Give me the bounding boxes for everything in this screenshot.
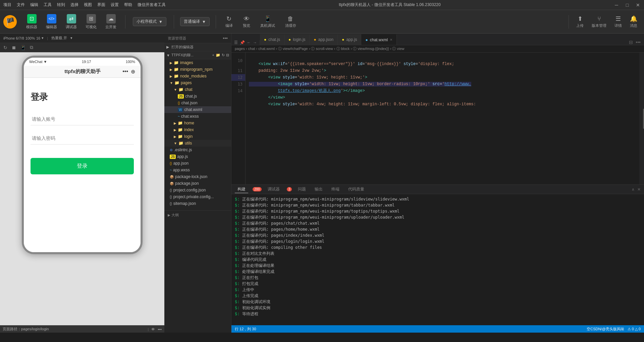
folder-pages[interactable]: ▼ 📁 pages [164, 79, 231, 86]
folder-home[interactable]: ▶ 📁 home [164, 120, 231, 126]
open-editors-section[interactable]: ▶ 打开的编辑器 [164, 43, 231, 51]
folder-icon: 📁 [178, 127, 183, 132]
tab-code-quality[interactable]: 代码质量 [345, 186, 367, 193]
file-sitemap[interactable]: {} sitemap.json [164, 200, 231, 207]
code-content[interactable]: <view wx:if='{{item.speaker=="server"}}'… [246, 53, 639, 184]
folder-miniprogram-npm[interactable]: ▶ 📁 miniprogram_npm [164, 66, 231, 73]
menu-item-devtools[interactable]: 微信开发者工具 [138, 2, 166, 8]
tab-close-icon[interactable]: ✕ [390, 38, 392, 42]
tab-login-js[interactable]: ● login.js [284, 34, 310, 45]
menu-item-file[interactable]: 文件 [17, 2, 25, 8]
cloud-button[interactable]: ☁ 云开发 [103, 13, 119, 31]
file-app-js[interactable]: JS app.js [164, 153, 231, 160]
stop-icon[interactable]: ⏹ [11, 45, 16, 50]
forward-icon[interactable]: → [253, 40, 257, 45]
top-menu-bar: 项目 文件 编辑 工具 转到 选择 视图 界面 设置 帮助 微信开发者工具 tt… [0, 0, 644, 10]
tab-terminal[interactable]: 终端 [329, 186, 342, 193]
device-selector[interactable]: iPhone 6/7/8 100% 16 ▾ [3, 36, 44, 40]
file-project-private[interactable]: {} project.private.config... [164, 193, 231, 200]
compile-selector[interactable]: 普通编译 ▼ [180, 17, 210, 26]
tab-output[interactable]: 输出 [312, 186, 325, 193]
message-button[interactable]: 🔔 消息 [627, 14, 641, 30]
tab-chat-wxml[interactable]: ● chat.wxml ✕ [361, 34, 397, 45]
folder-utils[interactable]: ▼ 📁 utils [164, 140, 231, 147]
upload-button[interactable]: ⬆ 上传 [573, 14, 587, 30]
folder-node-modules[interactable]: ▶ 📁 node_modules [164, 73, 231, 79]
minimize-button[interactable]: ─ [614, 2, 619, 8]
file-package-json[interactable]: 📦 package.json [164, 180, 231, 187]
menu-item-interface[interactable]: 界面 [97, 2, 105, 8]
hamburger-icon[interactable]: ☰ [234, 40, 238, 45]
nav-circle-icon[interactable]: ⊕ [131, 68, 135, 75]
folder-images[interactable]: ▶ 📁 images [164, 59, 231, 66]
menu-item-help[interactable]: 帮助 [124, 2, 132, 8]
username-input[interactable] [31, 113, 134, 125]
tab-chat-js[interactable]: ● chat.js [260, 34, 284, 45]
pin-icon[interactable]: 📌 [240, 40, 245, 45]
menu-item-tools[interactable]: 工具 [44, 2, 52, 8]
tab-debugger[interactable]: 调试器 [265, 186, 282, 193]
file-label: chat.json [181, 101, 198, 105]
menu-item-edit[interactable]: 编辑 [30, 2, 38, 8]
clear-cache-button[interactable]: 🗑 清缓存 [282, 14, 300, 30]
file-chat-json[interactable]: {} chat.json [164, 100, 231, 106]
folder-login[interactable]: ▶ 📁 login [164, 133, 231, 140]
file-chat-wxml[interactable]: W chat.wxml [164, 106, 231, 113]
file-project-config[interactable]: {} project.config.json [164, 187, 231, 193]
real-debug-button[interactable]: 📱 真机调试 [257, 14, 278, 30]
details-button[interactable]: ☰ 详情 [611, 14, 625, 30]
mobile-icon[interactable]: 📱 [20, 45, 26, 50]
file-chat-js[interactable]: JS chat.js [164, 93, 231, 100]
file-app-wxss[interactable]: ~ app.wxss [164, 167, 231, 173]
preview-button[interactable]: 👁 预览 [239, 14, 254, 30]
more-options-icon[interactable]: ••• [636, 40, 641, 45]
eye-icon[interactable]: 👁 [151, 327, 155, 331]
split-editor-icon[interactable]: ⊟ [629, 40, 633, 45]
explorer-more-icon[interactable]: ••• [223, 36, 228, 41]
collapse-all-icon[interactable]: ⊟ [226, 53, 229, 57]
maximize-button[interactable]: □ [625, 2, 630, 8]
project-section[interactable]: ▼ TTPFX的聊... + 📁 ↻ ⊟ [164, 51, 231, 59]
compile-button[interactable]: ↻ 编译 [222, 14, 236, 30]
nav-dots-icon[interactable]: ••• [122, 68, 128, 75]
build-count-badge: 200 [253, 187, 262, 191]
tab-label: login.js [293, 37, 305, 42]
folder-chat[interactable]: ▼ 📁 chat [164, 86, 231, 93]
version-manage-button[interactable]: ⑂ 版本管理 [588, 14, 610, 30]
refresh-explorer-icon[interactable]: ↻ [222, 53, 225, 57]
mode-selector[interactable]: 小程序模式 ▼ [133, 17, 166, 26]
tab-build[interactable]: 构建 [235, 186, 248, 193]
tab-app-js[interactable]: ● app.js [338, 34, 361, 45]
collapse-terminal-icon[interactable]: ∧ [632, 187, 635, 192]
menu-item-project[interactable]: 项目 [3, 2, 11, 8]
file-package-lock[interactable]: 📦 package-lock.json [164, 173, 231, 180]
simulator-button[interactable]: ⊡ 模拟器 [23, 13, 40, 31]
menu-item-settings[interactable]: 设置 [111, 2, 119, 8]
debugger-button[interactable]: ⇄ 调试器 [63, 13, 79, 31]
tab-app-json[interactable]: ● app.json [310, 34, 338, 45]
file-chat-wxss[interactable]: ~ chat.wxss [164, 113, 231, 120]
password-input[interactable] [31, 132, 134, 145]
editor-button[interactable]: </> 编辑器 [43, 13, 60, 31]
login-button[interactable]: 登录 [31, 158, 134, 174]
menu-item-view[interactable]: 视图 [84, 2, 92, 8]
editor-nav-icons: ☰ 📌 ← → [231, 40, 260, 45]
hot-reload-toggle[interactable]: 热重载 开 [51, 36, 67, 41]
menu-item-goto[interactable]: 转到 [57, 2, 65, 8]
dollar-sign: $: [235, 287, 239, 292]
file-eslintrc[interactable]: ⚙ .eslintrc.js [164, 147, 231, 153]
chevron-down-icon: ▼ [174, 88, 177, 92]
menu-item-select[interactable]: 选择 [70, 2, 78, 8]
close-terminal-icon[interactable]: ✕ [637, 187, 641, 192]
folder-index[interactable]: ▶ 📁 index [164, 126, 231, 133]
add-folder-icon[interactable]: 📁 [216, 53, 220, 57]
visual-button[interactable]: ⊞ 可视化 [83, 13, 99, 31]
add-file-icon[interactable]: + [212, 53, 214, 57]
refresh-icon[interactable]: ↻ [3, 45, 7, 50]
file-app-json[interactable]: {} app.json [164, 160, 231, 167]
copy-icon[interactable]: ⧉ [30, 45, 33, 50]
more-icon[interactable]: ••• [158, 327, 162, 331]
back-icon[interactable]: ← [247, 40, 251, 45]
tab-issues[interactable]: 问题 [295, 186, 309, 193]
close-button[interactable]: ✕ [635, 2, 641, 8]
